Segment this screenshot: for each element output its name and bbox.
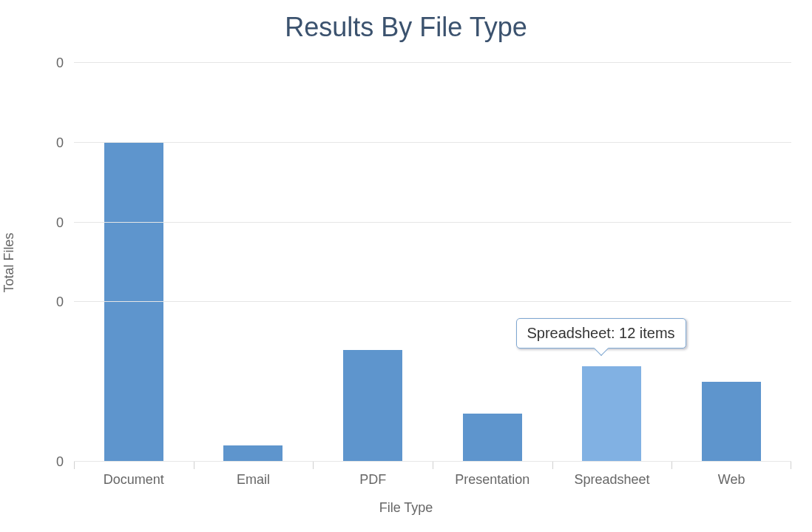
x-tick-mark	[433, 462, 433, 469]
x-tick-mark	[74, 462, 75, 469]
plot-area: DocumentEmailPDFPresentationSpreadsheetW…	[74, 63, 791, 462]
gridline	[74, 222, 791, 223]
x-tick-label: PDF	[359, 472, 386, 488]
bar-email[interactable]	[223, 445, 282, 462]
x-tick-mark	[791, 462, 791, 469]
bar-slot: Email	[194, 63, 314, 462]
bar-slot: Spreadsheet	[552, 63, 672, 462]
tooltip-text: Spreadsheet: 12 items	[527, 325, 675, 341]
x-tick-label: Spreadsheet	[574, 472, 649, 488]
bar-slot: Presentation	[433, 63, 552, 462]
x-tick-label: Document	[104, 472, 164, 488]
x-tick-label: Presentation	[455, 472, 530, 488]
x-tick-mark	[313, 462, 314, 469]
y-axis-label: Total Files	[1, 232, 17, 292]
y-tick-label: 0	[56, 294, 64, 310]
bar-document[interactable]	[104, 143, 163, 462]
bar-slot: Web	[671, 63, 791, 462]
y-tick-label: 0	[56, 55, 64, 71]
bar-slot: PDF	[313, 63, 433, 462]
chart-title: Results By File Type	[0, 0, 812, 49]
y-tick-label: 0	[56, 215, 64, 230]
bar-spreadsheet[interactable]	[582, 366, 641, 462]
y-tick-label: 0	[56, 454, 64, 470]
x-tick-label: Email	[237, 472, 270, 488]
gridline	[74, 142, 791, 143]
gridline	[74, 461, 791, 462]
bars-region: DocumentEmailPDFPresentationSpreadsheetW…	[74, 63, 791, 462]
x-axis-label: File Type	[379, 500, 433, 516]
bar-pdf[interactable]	[343, 350, 402, 462]
bar-slot: Document	[74, 63, 194, 462]
gridline	[74, 62, 791, 63]
chart-container: Results By File Type Total Files Documen…	[0, 0, 812, 532]
x-tick-mark	[194, 462, 194, 469]
x-tick-label: Web	[718, 472, 745, 488]
gridline	[74, 301, 791, 302]
bar-presentation[interactable]	[463, 414, 522, 462]
bar-web[interactable]	[702, 382, 761, 462]
y-tick-label: 0	[56, 135, 64, 150]
x-tick-mark	[552, 462, 553, 469]
chart-tooltip: Spreadsheet: 12 items	[516, 318, 686, 349]
x-tick-mark	[671, 462, 672, 469]
